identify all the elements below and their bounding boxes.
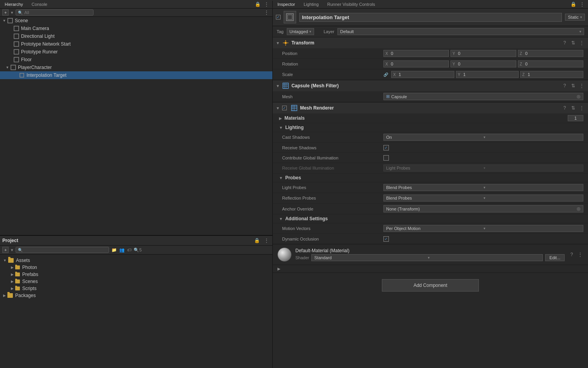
scripts-label: Scripts: [22, 286, 37, 291]
lighting-tab-label: Lighting: [304, 2, 319, 7]
lock-icon[interactable]: 🔒: [254, 1, 261, 8]
tree-item-scene[interactable]: ▼ Scene: [0, 17, 272, 25]
scale-z-input[interactable]: [528, 72, 543, 77]
tree-item-interpolation-target[interactable]: Interpolation Target: [0, 71, 272, 79]
shader-edit-button[interactable]: Edit...: [545, 254, 565, 261]
mesh-field[interactable]: ⊞ Capsule ◎: [383, 93, 583, 100]
layer-dropdown[interactable]: Default ▾: [337, 28, 584, 35]
mesh-renderer-header[interactable]: ▼ Mesh Renderer ? ⇅: [273, 103, 588, 113]
folder-scripts[interactable]: ▶ Scripts: [3, 285, 269, 292]
anchor-override-field[interactable]: None (Transform) ◎: [383, 205, 583, 212]
runner-visibility-tab[interactable]: Runner Visibility Controls: [325, 1, 378, 7]
inspector-menu[interactable]: ⋮: [579, 1, 586, 7]
transform-menu-icon[interactable]: ⋮: [579, 40, 585, 46]
layer-label: Layer: [323, 29, 334, 34]
lighting-section-header[interactable]: ▼ Lighting: [273, 123, 588, 132]
project-lock-icon[interactable]: 🔒: [253, 237, 261, 244]
additional-settings-expand-arrow: ▼: [279, 217, 283, 221]
position-y-input[interactable]: [458, 51, 473, 56]
mesh-renderer-settings-icon[interactable]: ⇅: [570, 105, 576, 111]
light-probes-dropdown[interactable]: Blend Probes ▾: [383, 184, 583, 191]
position-z-input[interactable]: [525, 51, 541, 56]
add-hierarchy-arrow[interactable]: ▾: [11, 10, 13, 15]
inspector-content: Static ▾ Tag Untagged ▾ Layer Default ▾: [273, 9, 588, 368]
dynamic-occlusion-checkbox[interactable]: [383, 236, 389, 242]
mesh-target-icon[interactable]: ◎: [577, 94, 581, 99]
tree-item-player-character[interactable]: ▼ PlayerCharacter: [0, 64, 272, 71]
scale-x-input[interactable]: [399, 72, 414, 77]
scale-link-icon[interactable]: 🔗: [383, 73, 388, 77]
materials-label: Materials: [284, 115, 568, 121]
mesh-renderer-help-icon[interactable]: ?: [562, 105, 568, 111]
material-info: Default-Material (Material) Shader Stand…: [295, 248, 565, 261]
add-component-area: Add Component: [273, 273, 588, 298]
hierarchy-three-dot[interactable]: ⋮: [263, 9, 270, 16]
mesh-filter-help-icon[interactable]: ?: [562, 83, 568, 89]
tree-item-directional-light[interactable]: Directional Light: [0, 32, 272, 40]
position-x-input[interactable]: [391, 51, 406, 56]
mesh-filter-menu-icon[interactable]: ⋮: [579, 83, 585, 89]
hierarchy-tab-label: Hierarchy: [5, 2, 23, 7]
tree-item-main-camera[interactable]: Main Camera: [0, 25, 272, 32]
position-z-field: Z: [518, 50, 583, 57]
project-search-input[interactable]: [24, 248, 107, 252]
motion-vectors-dropdown[interactable]: Per Object Motion ▾: [383, 225, 583, 232]
motion-vectors-value: Per Object Motion ▾: [383, 225, 583, 232]
left-panel: + ▾ 🔍 ⋮ ▼ Scene: [0, 9, 273, 368]
mesh-renderer-menu-icon[interactable]: ⋮: [579, 105, 585, 111]
folder-scenes[interactable]: ▶ Scenes: [3, 278, 269, 285]
inspector-tab[interactable]: Inspector: [275, 1, 297, 7]
static-dropdown-arrow[interactable]: ▾: [580, 15, 582, 19]
rotation-y-input[interactable]: [458, 62, 473, 66]
hierarchy-search-input[interactable]: [24, 10, 91, 15]
shader-dropdown[interactable]: Standard ▾: [311, 254, 542, 261]
transform-settings-icon[interactable]: ⇅: [570, 40, 576, 46]
material-help-icon[interactable]: ?: [569, 251, 575, 258]
transform-help-icon[interactable]: ?: [562, 40, 568, 46]
hierarchy-tab[interactable]: Hierarchy: [2, 1, 25, 7]
add-component-button[interactable]: Add Component: [382, 279, 479, 292]
object-active-checkbox[interactable]: [276, 15, 281, 19]
mesh-filter-settings-icon[interactable]: ⇅: [570, 83, 576, 89]
svg-point-10: [284, 42, 287, 44]
pc-label: PlayerCharacter: [18, 65, 52, 70]
inspector-lock-icon[interactable]: 🔒: [570, 1, 577, 8]
materials-row[interactable]: ▶ Materials 1: [273, 113, 588, 123]
tree-item-prototype-runner[interactable]: Prototype Runner: [0, 48, 272, 56]
scale-y-input[interactable]: [463, 72, 479, 77]
left-tabs-menu[interactable]: ⋮: [263, 1, 270, 7]
additional-settings-header[interactable]: ▼ Additional Settings: [273, 214, 588, 223]
reflection-probes-dropdown[interactable]: Blend Probes ▾: [383, 195, 583, 202]
anchor-override-target-icon[interactable]: ◎: [577, 206, 581, 211]
rotation-x-input[interactable]: [391, 62, 406, 66]
folder-assets[interactable]: ▼ Assets: [3, 257, 269, 264]
show-in-explorer-icon[interactable]: 📁: [111, 248, 117, 253]
add-project-arrow[interactable]: ▾: [11, 248, 13, 253]
add-hierarchy-button[interactable]: +: [2, 9, 9, 16]
lighting-tab[interactable]: Lighting: [301, 1, 321, 7]
folder-prefabs[interactable]: ▶ Prefabs: [3, 271, 269, 278]
mesh-filter-header[interactable]: ▼ Capsule (Mesh Filter) ? ⇅: [273, 80, 588, 91]
add-project-button[interactable]: +: [2, 247, 9, 253]
project-tag-icon[interactable]: 🏷: [127, 248, 131, 252]
tree-item-prototype-network[interactable]: Prototype Network Start: [0, 40, 272, 48]
project-three-dot[interactable]: ⋮: [263, 237, 270, 244]
folder-packages[interactable]: ▶ Packages: [3, 292, 269, 299]
mesh-renderer-enable-checkbox[interactable]: [282, 106, 287, 110]
transform-header[interactable]: ▼ Transform ? ⇅ ⋮: [273, 37, 588, 48]
probes-section-header[interactable]: ▼ Probes: [273, 173, 588, 182]
svg-rect-5: [14, 57, 19, 62]
material-expand-row[interactable]: ▶: [273, 265, 588, 273]
rotation-z-input[interactable]: [525, 62, 541, 66]
tree-item-floor[interactable]: Floor: [0, 56, 272, 64]
tag-dropdown[interactable]: Untagged ▾: [287, 28, 314, 35]
folder-photon[interactable]: ▶ Photon: [3, 264, 269, 271]
object-name-input[interactable]: [299, 13, 562, 22]
receive-shadows-checkbox[interactable]: [383, 145, 389, 150]
material-menu-icon[interactable]: ⋮: [577, 251, 583, 258]
position-vec3: X Y Z: [383, 50, 583, 57]
cast-shadows-dropdown[interactable]: On ▾: [383, 134, 583, 141]
contribute-gi-checkbox[interactable]: [383, 155, 389, 161]
project-people-icon[interactable]: 👥: [119, 248, 125, 253]
console-tab[interactable]: Console: [29, 1, 49, 7]
